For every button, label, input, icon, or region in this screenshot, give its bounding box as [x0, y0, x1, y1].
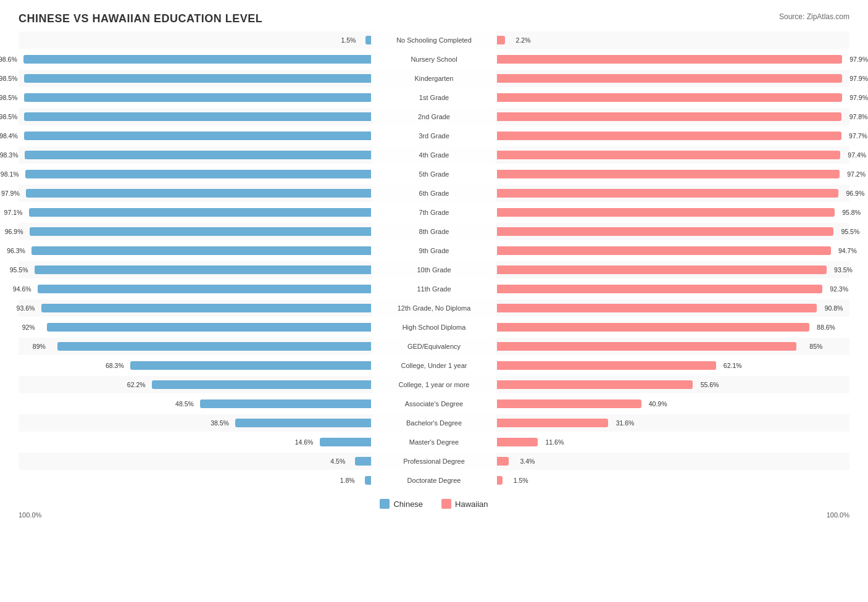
chart-row: 1.8%Doctorate Degree1.5%: [19, 472, 849, 489]
bar-chinese: 89%: [57, 342, 371, 351]
value-chinese: 98.5%: [0, 94, 17, 101]
value-hawaiian: 96.9%: [846, 190, 865, 197]
bar-hawaiian: 62.1%: [497, 361, 716, 370]
chart-row: 89%GED/Equivalency85%: [19, 338, 849, 355]
value-hawaiian: 97.4%: [848, 151, 866, 159]
bar-chinese: 92%: [47, 323, 371, 332]
footer-left: 100.0%: [19, 511, 434, 519]
bar-hawaiian: 92.3%: [497, 285, 822, 293]
value-chinese: 89%: [33, 343, 46, 350]
chart-container: CHINESE VS HAWAIIAN EDUCATION LEVEL Sour…: [0, 0, 868, 550]
chart-row: 98.5%2nd Grade97.8%: [19, 108, 849, 125]
value-chinese: 48.5%: [175, 400, 194, 408]
chart-area: 1.5%No Schooling Completed2.2%98.6%Nurse…: [19, 31, 849, 489]
bar-hawaiian: 97.7%: [497, 132, 841, 140]
value-hawaiian: 95.5%: [841, 228, 860, 235]
source-text: Source: ZipAtlas.com: [779, 12, 849, 21]
chart-row: 95.5%10th Grade93.5%: [19, 261, 849, 278]
row-label: 3rd Grade: [372, 127, 496, 144]
chart-row: 96.9%8th Grade95.5%: [19, 223, 849, 240]
bar-chinese: 98.3%: [25, 151, 371, 159]
row-label: Kindergarten: [372, 70, 496, 87]
bar-chinese: 1.5%: [365, 36, 371, 44]
bar-hawaiian: 1.5%: [497, 476, 503, 485]
row-label: College, Under 1 year: [372, 357, 496, 374]
value-chinese: 98.6%: [0, 56, 17, 63]
row-label: 12th Grade, No Diploma: [372, 299, 496, 317]
value-chinese: 1.5%: [341, 36, 356, 44]
chart-row: 1.5%No Schooling Completed2.2%: [19, 31, 849, 49]
value-chinese: 68.3%: [106, 362, 124, 369]
value-chinese: 98.1%: [1, 170, 19, 178]
value-chinese: 97.9%: [1, 190, 20, 197]
bar-hawaiian: 90.8%: [497, 304, 817, 312]
value-hawaiian: 97.8%: [849, 113, 868, 120]
value-hawaiian: 3.4%: [520, 458, 535, 465]
bar-chinese: 98.4%: [24, 132, 371, 140]
chart-row: 98.6%Nursery School97.9%: [19, 51, 849, 68]
value-hawaiian: 11.6%: [545, 438, 564, 446]
bar-chinese: 94.6%: [38, 285, 371, 293]
chart-row: 98.5%1st Grade97.9%: [19, 89, 849, 106]
value-chinese: 97.1%: [4, 209, 23, 216]
bar-chinese: 14.6%: [320, 438, 371, 446]
chart-row: 4.5%Professional Degree3.4%: [19, 453, 849, 470]
value-chinese: 98.5%: [0, 113, 17, 120]
bar-chinese: 95.5%: [35, 265, 371, 274]
value-chinese: 98.3%: [0, 151, 19, 159]
bar-hawaiian: 3.4%: [497, 457, 509, 466]
value-hawaiian: 97.2%: [847, 170, 866, 178]
legend-chinese-label: Chinese: [393, 500, 423, 509]
value-hawaiian: 97.7%: [849, 132, 867, 140]
value-chinese: 38.5%: [211, 419, 229, 427]
bar-hawaiian: 40.9%: [497, 399, 641, 408]
row-label: Bachelor's Degree: [372, 414, 496, 432]
row-label: 9th Grade: [372, 242, 496, 259]
value-chinese: 94.6%: [13, 285, 31, 293]
bar-chinese: 98.5%: [24, 74, 371, 83]
bar-chinese: 1.8%: [365, 476, 371, 485]
bar-chinese: 96.9%: [30, 227, 371, 236]
chart-row: 96.3%9th Grade94.7%: [19, 242, 849, 259]
bar-hawaiian: 97.8%: [497, 112, 841, 121]
bar-chinese: 97.1%: [29, 208, 371, 217]
value-chinese: 1.8%: [340, 477, 355, 484]
value-hawaiian: 1.5%: [514, 477, 528, 484]
chart-row: 92%High School Diploma88.6%: [19, 319, 849, 336]
bar-hawaiian: 93.5%: [497, 265, 827, 274]
bar-hawaiian: 11.6%: [497, 438, 538, 446]
bar-hawaiian: 95.8%: [497, 208, 835, 217]
value-chinese: 96.3%: [7, 247, 25, 254]
row-label: 10th Grade: [372, 261, 496, 278]
chart-row: 98.3%4th Grade97.4%: [19, 146, 849, 164]
value-chinese: 98.5%: [0, 75, 17, 82]
bar-hawaiian: 96.9%: [497, 189, 838, 198]
bar-hawaiian: 88.6%: [497, 323, 809, 332]
value-hawaiian: 2.2%: [516, 36, 531, 44]
value-hawaiian: 40.9%: [649, 400, 667, 408]
value-chinese: 14.6%: [295, 438, 314, 446]
chart-row: 14.6%Master's Degree11.6%: [19, 433, 849, 451]
footer-right: 100.0%: [434, 511, 849, 519]
bar-hawaiian: 55.6%: [497, 380, 693, 389]
row-label: College, 1 year or more: [372, 376, 496, 393]
row-label: Master's Degree: [372, 433, 496, 451]
value-hawaiian: 93.5%: [834, 266, 853, 274]
bar-chinese: 97.9%: [26, 189, 371, 198]
legend-hawaiian-label: Hawaiian: [455, 500, 488, 509]
chart-row: 62.2%College, 1 year or more55.6%: [19, 376, 849, 393]
chart-row: 94.6%11th Grade92.3%: [19, 280, 849, 298]
value-chinese: 96.9%: [5, 228, 23, 235]
value-chinese: 4.5%: [330, 458, 345, 465]
chart-row: 38.5%Bachelor's Degree31.6%: [19, 414, 849, 432]
value-hawaiian: 94.7%: [838, 247, 857, 254]
bar-chinese: 98.5%: [24, 93, 371, 102]
value-hawaiian: 88.6%: [817, 324, 835, 331]
bar-hawaiian: 2.2%: [497, 36, 505, 44]
bar-chinese: 38.5%: [235, 419, 371, 427]
row-label: 1st Grade: [372, 89, 496, 106]
chart-row: 93.6%12th Grade, No Diploma90.8%: [19, 299, 849, 317]
bar-hawaiian: 97.9%: [497, 74, 842, 83]
bar-hawaiian: 97.2%: [497, 170, 840, 178]
legend: Chinese Hawaiian: [19, 499, 849, 509]
